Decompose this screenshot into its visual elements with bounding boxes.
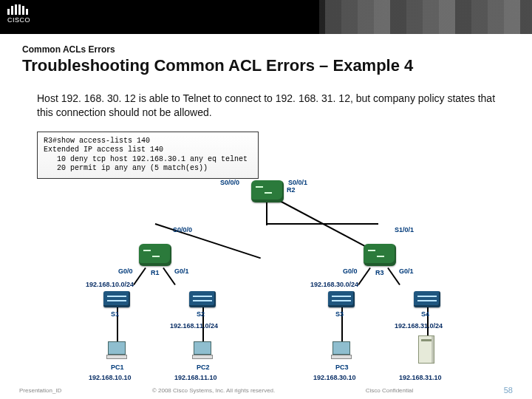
- iface-label: S0/0/0: [220, 179, 239, 186]
- switch-label: S2: [197, 310, 205, 318]
- router-label: R2: [287, 186, 296, 194]
- pc-pc3: [330, 341, 353, 361]
- switch-s2: [189, 291, 216, 307]
- iface-label: S0/0/0: [173, 226, 192, 233]
- page-title: Troubleshooting Common ACL Errors – Exam…: [22, 56, 510, 75]
- body-paragraph: Host 192. 168. 30. 12 is able to Telnet …: [0, 81, 532, 127]
- banner-photo-strip: [325, 0, 532, 34]
- switch-s1: [103, 291, 130, 307]
- switch-label: S3: [335, 310, 344, 318]
- server: [418, 335, 434, 364]
- pc-label: PC2: [197, 364, 210, 371]
- kicker: Common ACLs Errors: [22, 44, 510, 55]
- link: [358, 267, 371, 285]
- ip-label: 192.168.10.10: [89, 374, 132, 381]
- switch-s3: [328, 291, 355, 307]
- network-diagram: R2 S0/0/0 S0/0/1 R1 S0/0/0 G0/0 G0/1 R3 …: [44, 185, 488, 399]
- footer-right: Cisco Confidential: [366, 387, 413, 394]
- iface-label: S0/0/1: [288, 179, 307, 186]
- subnet-label: 192.168.31.0/24: [395, 322, 443, 330]
- switch-label: S4: [421, 310, 429, 318]
- iface-label: G0/1: [399, 267, 414, 275]
- iface-label: G0/1: [174, 267, 189, 275]
- ip-label: 192.168.11.10: [174, 374, 217, 381]
- cisco-logo-text: CISCO: [7, 16, 30, 24]
- subnet-label: 192.168.30.0/24: [310, 281, 358, 288]
- cisco-logo-icon: [7, 4, 30, 15]
- router-r1: [139, 244, 171, 266]
- subnet-label: 192.168.10.0/24: [86, 281, 134, 288]
- top-banner: CISCO: [0, 0, 532, 34]
- subnet-label: 192.168.11.0/24: [170, 322, 218, 330]
- router-r2: [251, 180, 284, 202]
- pc-label: PC1: [111, 364, 124, 371]
- footer-left: Presentation_ID: [19, 387, 61, 394]
- router-label: R3: [375, 269, 384, 276]
- switch-s4: [414, 291, 440, 307]
- pc-pc1: [105, 341, 129, 361]
- iface-label: G0/0: [343, 267, 358, 275]
- footer-center: © 2008 Cisco Systems, Inc. All rights re…: [152, 387, 275, 394]
- pc-pc2: [191, 341, 214, 361]
- router-label: R1: [151, 269, 160, 276]
- footer: Presentation_ID © 2008 Cisco Systems, In…: [0, 386, 532, 395]
- link: [133, 267, 146, 285]
- pc-label: PC3: [335, 364, 349, 371]
- switch-label: S1: [111, 310, 119, 318]
- cli-output-box: R3#show access-lists 140 Extended IP acc…: [37, 132, 259, 179]
- iface-label: G0/0: [118, 267, 133, 275]
- cisco-logo: CISCO: [7, 4, 30, 24]
- ip-label: 192.168.30.10: [313, 374, 356, 381]
- ip-label: 192.168.31.10: [399, 374, 442, 381]
- router-r3: [364, 244, 396, 266]
- footer-page: 58: [504, 386, 513, 395]
- heading-block: Common ACLs Errors Troubleshooting Commo…: [0, 34, 532, 81]
- iface-label: S1/0/1: [395, 226, 414, 233]
